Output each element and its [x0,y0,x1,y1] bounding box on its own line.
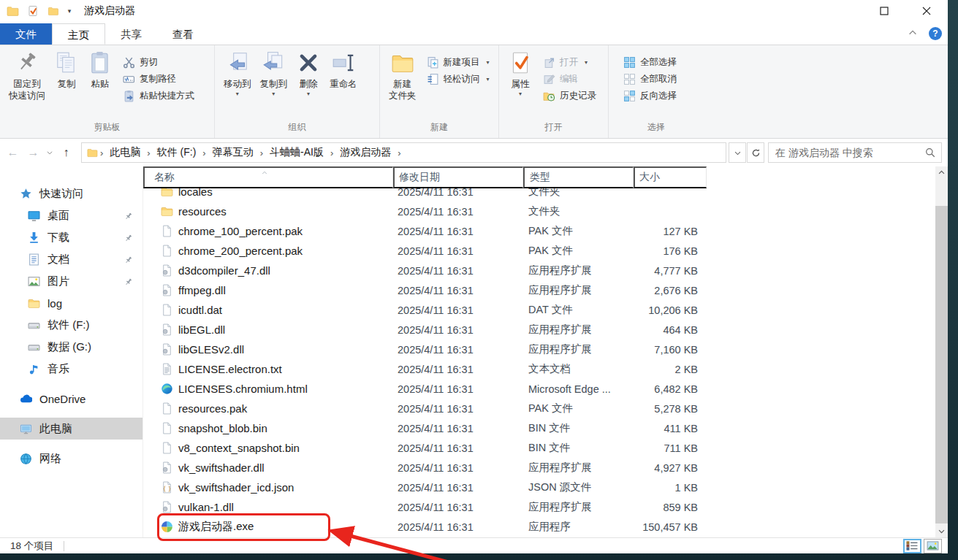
pc-icon [20,423,32,435]
sidebar-item-network[interactable]: 网络 [0,448,142,469]
pictures-icon [28,275,40,288]
file-row[interactable]: icudtl.dat2025/4/11 16:31DAT 文件10,206 KB [143,300,935,320]
select-all-button[interactable]: 全部选择 [620,54,680,71]
edit-button[interactable]: 编辑 [540,71,599,88]
history-button[interactable]: 历史记录 [540,88,599,104]
scroll-up-icon[interactable] [935,166,948,179]
column-header-3[interactable]: 大小 [634,166,707,188]
back-icon[interactable]: ← [3,143,23,163]
file-row[interactable]: LICENSE.electron.txt2025/4/11 16:31文本文档2… [143,359,935,379]
properties-quick-icon[interactable] [26,4,40,18]
new-item-button[interactable]: 新建项目▾ [424,54,493,71]
breadcrumb-segment[interactable]: 游戏启动器 [334,143,397,162]
file-row[interactable]: libEGL.dll2025/4/11 16:31应用程序扩展464 KB [143,320,935,340]
move-to-button[interactable]: 移动到▾ [219,47,256,96]
file-row[interactable]: vk_swiftshader.dll2025/4/11 16:31应用程序扩展4… [143,458,935,477]
search-input[interactable] [769,143,941,162]
ribbon-tab-bar: 文件 主页共享查看 ? [0,22,948,45]
forward-icon[interactable]: → [23,143,43,163]
file-row[interactable]: resources2025/4/11 16:31文件夹 [143,202,935,221]
file-row[interactable]: v8_context_snapshot.bin2025/4/11 16:31BI… [143,438,935,458]
easy-access-button[interactable]: 轻松访问▾ [424,71,493,88]
ribbon-group-1: 移动到▾复制到▾删除▾重命名组织 [214,45,379,138]
history-icon [543,90,555,102]
file-type: BIN 文件 [523,421,634,435]
rename-button[interactable]: 重命名 [325,47,362,91]
new-folder-button[interactable]: 新建 文件夹 [384,47,421,101]
thumbnail-view-icon[interactable] [924,539,942,553]
breadcrumb-segment[interactable]: 软件 (F:) [151,143,202,162]
paste-shortcut-button[interactable]: 粘贴快捷方式 [120,88,197,104]
properties-button[interactable]: 属性▾ [503,47,537,96]
sidebar-item-drive-g[interactable]: 数据 (G:) [0,336,142,358]
scroll-down-icon[interactable] [935,525,948,537]
file-row[interactable]: ffmpeg.dll2025/4/11 16:31应用程序扩展2,676 KB [143,280,935,300]
paste-button[interactable]: 粘贴 [83,47,117,91]
maximize-button[interactable] [863,0,905,22]
column-header-2[interactable]: 类型 [523,166,634,188]
sidebar-item-this-pc[interactable]: 此电脑 [0,418,142,440]
dropdown-caret-icon: ▾ [487,59,490,66]
file-row[interactable]: chrome_200_percent.pak2025/4/11 16:31PAK… [143,241,935,261]
scrollbar-thumb[interactable] [935,206,948,523]
file-type: 文本文档 [523,362,634,376]
sidebar-item-onedrive[interactable]: OneDrive [0,388,142,410]
file-row[interactable]: vulkan-1.dll2025/4/11 16:31应用程序扩展859 KB [143,497,935,517]
close-button[interactable] [905,0,948,22]
open-button[interactable]: 打开▾ [540,54,599,71]
new-folder-quick-icon[interactable] [45,4,60,18]
file-date: 2025/4/11 16:31 [393,245,523,257]
invert-selection-button[interactable]: 反向选择 [620,88,680,104]
scrollbar-track[interactable] [935,179,948,525]
customize-toolbar-caret-icon[interactable]: ▾ [65,4,74,18]
breadcrumb-segment[interactable]: 此电脑 [104,143,146,162]
recent-locations-caret-icon[interactable] [44,143,56,163]
sidebar-item-log[interactable]: log [0,292,142,314]
file-row[interactable]: libGLESv2.dll2025/4/11 16:31应用程序扩展7,160 … [143,340,935,359]
txt-file-icon [161,363,173,375]
copy-to-button[interactable]: 复制到▾ [256,47,292,96]
file-row[interactable]: d3dcompiler_47.dll2025/4/11 16:31应用程序扩展4… [143,261,935,280]
column-header-1[interactable]: 修改日期 [393,166,523,188]
file-row[interactable]: locales2025/4/11 16:31文件夹 [143,188,935,202]
delete-button[interactable]: 删除▾ [292,47,325,96]
file-type: 应用程序扩展 [523,323,634,337]
file-row[interactable]: resources.pak2025/4/11 16:31PAK 文件5,278 … [143,399,935,418]
file-row[interactable]: chrome_100_percent.pak2025/4/11 16:31PAK… [143,221,935,241]
copy-path-button[interactable]: 复制路径 [120,71,197,88]
cut-button[interactable]: 剪切 [120,54,197,71]
sidebar-item-music[interactable]: 音乐 [0,358,142,380]
address-dropdown-caret-icon[interactable] [729,142,746,163]
file-row[interactable]: LICENSES.chromium.html2025/4/11 16:31Mic… [143,379,935,399]
file-row[interactable]: snapshot_blob.bin2025/4/11 16:31BIN 文件41… [143,418,935,438]
tab-file[interactable]: 文件 [0,23,52,45]
sidebar-item-downloads[interactable]: 下载 [0,226,142,248]
pin-to-quick-access-button[interactable]: 固定到 快速访问 [4,47,50,101]
file-date: 2025/4/11 16:31 [393,521,523,533]
sidebar-item-quick-access[interactable]: 快速访问 [0,183,142,204]
tab-view[interactable]: 查看 [157,23,209,45]
tab-home[interactable]: 主页 [52,23,105,45]
file-row[interactable]: 游戏启动器.exe2025/4/11 16:31应用程序150,457 KB [143,517,935,537]
collapse-ribbon-icon[interactable] [907,28,919,39]
tab-share[interactable]: 共享 [105,23,157,45]
refresh-icon[interactable] [747,142,764,163]
copy-button[interactable]: 复制 [50,47,83,91]
tabs: 主页共享查看 [52,23,209,45]
breadcrumb-segment[interactable]: 弹幕互动 [207,143,259,162]
file-name: d3dcompiler_47.dll [178,264,270,277]
select-none-icon [623,73,636,85]
sidebar-item-documents[interactable]: 文档 [0,248,142,270]
dropdown-caret-icon: ▾ [307,92,310,96]
sidebar-item-drive-f[interactable]: 软件 (F:) [0,314,142,336]
breadcrumb-segment[interactable]: 斗蛐蛐-AI版 [264,143,330,162]
details-view-icon[interactable] [903,539,921,553]
file-size: 4,927 KB [634,462,707,474]
up-icon[interactable]: ↑ [56,143,76,163]
sidebar-item-desktop[interactable]: 桌面 [0,204,142,226]
help-icon[interactable]: ? [929,27,942,40]
sidebar-item-pictures[interactable]: 图片 [0,270,142,292]
file-row[interactable]: vk_swiftshader_icd.json2025/4/11 16:31JS… [143,477,935,497]
drive-icon [28,341,40,353]
select-none-button[interactable]: 全部取消 [620,71,680,88]
